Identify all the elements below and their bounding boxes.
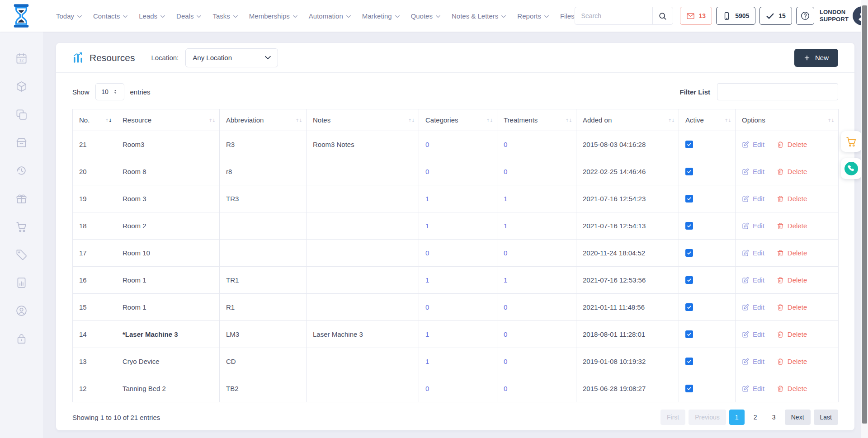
column-header-resource[interactable]: Resource↑↓: [116, 109, 220, 131]
check-badge[interactable]: 15: [760, 7, 792, 25]
phone-float-button[interactable]: [841, 158, 862, 179]
edit-button[interactable]: Edit: [742, 222, 764, 230]
pagination-page-1[interactable]: 1: [729, 410, 745, 425]
active-checkbox[interactable]: [685, 330, 693, 338]
phone-badge[interactable]: 5905: [716, 7, 755, 25]
nav-item-leads[interactable]: Leads: [139, 12, 165, 20]
edit-button[interactable]: Edit: [742, 276, 764, 284]
treatments-count-link[interactable]: 0: [504, 249, 507, 257]
delete-button[interactable]: Delete: [777, 168, 807, 175]
sidebar-item-gift[interactable]: [15, 193, 28, 205]
active-checkbox[interactable]: [685, 276, 693, 284]
column-header-options[interactable]: Options↑↓: [736, 109, 839, 131]
active-checkbox[interactable]: [685, 222, 693, 230]
sidebar-item-calendar[interactable]: 12: [15, 52, 28, 65]
column-header-active[interactable]: Active↑↓: [679, 109, 736, 131]
categories-count-link[interactable]: 0: [425, 141, 429, 148]
nav-item-deals[interactable]: Deals: [176, 12, 201, 20]
treatments-count-link[interactable]: 1: [504, 195, 507, 203]
nav-item-memberships[interactable]: Memberships: [249, 12, 297, 20]
column-header-no[interactable]: No.↑↓: [73, 109, 116, 131]
search-button[interactable]: [652, 7, 673, 25]
treatments-count-link[interactable]: 0: [504, 303, 507, 311]
envelope-badge[interactable]: 13: [680, 7, 712, 25]
sidebar-item-cart[interactable]: [15, 221, 28, 233]
column-header-abbreviation[interactable]: Abbreviation↑↓: [220, 109, 307, 131]
filter-input[interactable]: [717, 83, 838, 100]
nav-item-today[interactable]: Today: [56, 12, 82, 20]
treatments-count-link[interactable]: 0: [504, 141, 507, 148]
treatments-count-link[interactable]: 1: [504, 222, 507, 230]
nav-item-quotes[interactable]: Quotes: [411, 12, 440, 20]
nav-item-notes-letters[interactable]: Notes & Letters: [452, 12, 506, 20]
nav-item-reports[interactable]: Reports: [517, 12, 549, 20]
nav-item-files[interactable]: Files: [560, 12, 575, 20]
sidebar-item-lock[interactable]: [15, 333, 28, 345]
search-input[interactable]: [575, 7, 652, 25]
nav-item-tasks[interactable]: Tasks: [212, 12, 237, 20]
delete-button[interactable]: Delete: [777, 222, 807, 230]
nav-item-contacts[interactable]: Contacts: [93, 12, 127, 20]
pagination-previous[interactable]: Previous: [689, 410, 726, 425]
location-select[interactable]: Any Location: [185, 48, 278, 67]
active-checkbox[interactable]: [685, 249, 693, 257]
treatments-count-link[interactable]: 0: [504, 358, 507, 365]
pagination-next[interactable]: Next: [785, 410, 811, 425]
nav-item-marketing[interactable]: Marketing: [362, 12, 400, 20]
categories-count-link[interactable]: 1: [425, 276, 429, 284]
edit-button[interactable]: Edit: [742, 330, 764, 338]
categories-count-link[interactable]: 1: [425, 222, 429, 230]
edit-button[interactable]: Edit: [742, 168, 764, 175]
column-header-categories[interactable]: Categories↑↓: [419, 109, 497, 131]
delete-button[interactable]: Delete: [777, 195, 807, 203]
categories-count-link[interactable]: 0: [425, 249, 429, 257]
cart-float-button[interactable]: [841, 131, 862, 152]
delete-button[interactable]: Delete: [777, 358, 807, 365]
new-button[interactable]: New: [794, 49, 838, 67]
treatments-count-link[interactable]: 0: [504, 330, 507, 338]
sidebar-item-copy[interactable]: [15, 108, 28, 121]
categories-count-link[interactable]: 0: [425, 385, 429, 392]
treatments-count-link[interactable]: 0: [504, 385, 507, 392]
active-checkbox[interactable]: [685, 303, 693, 311]
pagination-page-2[interactable]: 2: [748, 410, 763, 425]
column-header-added-on[interactable]: Added on↑↓: [576, 109, 679, 131]
sidebar-item-open-box[interactable]: [15, 137, 28, 149]
delete-button[interactable]: Delete: [777, 385, 807, 392]
categories-count-link[interactable]: 1: [425, 358, 429, 365]
pagination-first[interactable]: First: [660, 410, 685, 425]
categories-count-link[interactable]: 0: [425, 303, 429, 311]
delete-button[interactable]: Delete: [777, 141, 807, 148]
scrollbar[interactable]: [861, 0, 868, 438]
sidebar-item-history[interactable]: [15, 165, 28, 177]
edit-button[interactable]: Edit: [742, 358, 764, 365]
pagination-last[interactable]: Last: [814, 410, 838, 425]
edit-button[interactable]: Edit: [742, 249, 764, 257]
active-checkbox[interactable]: [685, 141, 693, 148]
edit-button[interactable]: Edit: [742, 303, 764, 311]
delete-button[interactable]: Delete: [777, 249, 807, 257]
sidebar-item-report[interactable]: [15, 277, 28, 289]
categories-count-link[interactable]: 0: [425, 168, 429, 175]
treatments-count-link[interactable]: 1: [504, 276, 507, 284]
sidebar-item-tags[interactable]: [15, 249, 28, 261]
sidebar-item-package[interactable]: [15, 80, 28, 93]
help-button[interactable]: [796, 7, 814, 25]
active-checkbox[interactable]: [685, 358, 693, 365]
delete-button[interactable]: Delete: [777, 330, 807, 338]
scrollbar-thumb[interactable]: [862, 5, 867, 424]
hourglass-logo-icon[interactable]: [12, 4, 31, 28]
edit-button[interactable]: Edit: [742, 141, 764, 148]
delete-button[interactable]: Delete: [777, 276, 807, 284]
column-header-treatments[interactable]: Treatments↑↓: [497, 109, 576, 131]
nav-item-automation[interactable]: Automation: [309, 12, 351, 20]
categories-count-link[interactable]: 1: [425, 330, 429, 338]
delete-button[interactable]: Delete: [777, 303, 807, 311]
pagination-page-3[interactable]: 3: [766, 410, 782, 425]
column-header-notes[interactable]: Notes↑↓: [307, 109, 419, 131]
active-checkbox[interactable]: [685, 195, 693, 203]
categories-count-link[interactable]: 1: [425, 195, 429, 203]
active-checkbox[interactable]: [685, 168, 693, 175]
sidebar-item-user-circle[interactable]: [15, 305, 28, 317]
treatments-count-link[interactable]: 0: [504, 168, 507, 175]
